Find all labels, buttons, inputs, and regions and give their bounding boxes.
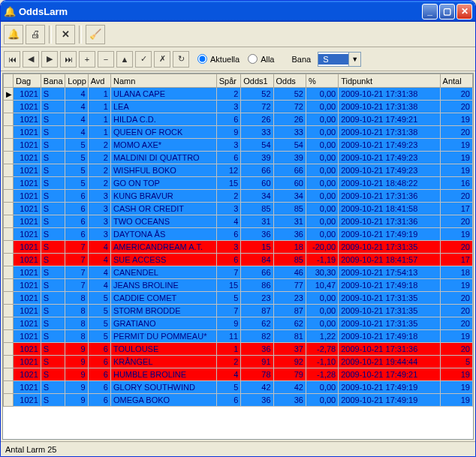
nav-last-button[interactable]: ⏭	[60, 51, 77, 68]
table-row[interactable]: 1021S85CADDIE COMET523230,002009-10-21 1…	[4, 292, 473, 305]
table-row[interactable]: 1021S63KUNG BRAVUR234340,002009-10-21 17…	[4, 190, 473, 203]
table-row[interactable]: 1021S85STORM BRODDE787870,002009-10-21 1…	[4, 305, 473, 317]
data-grid[interactable]: DagBanaLoppAvdNamnSpårOdds1Odds%Tidpunkt…	[2, 73, 474, 440]
nav-first-button[interactable]: ⏮	[4, 51, 20, 68]
table-row[interactable]: 1021S96KRÅNGEL29192-1,102009-10-21 19:44…	[4, 356, 473, 368]
nav-edit-button[interactable]: ▲	[116, 51, 133, 68]
col-header[interactable]: Odds	[273, 74, 306, 88]
nav-reload-button[interactable]: ↻	[173, 51, 189, 68]
col-header[interactable]: Antal	[440, 74, 472, 88]
col-header[interactable]: Avd	[88, 74, 110, 88]
table-row[interactable]: 1021S74JEANS BROLINE15867710,472009-10-2…	[4, 279, 473, 292]
main-window: 🔔 OddsLarm _ ▢ ✕ 🔔 🖨 ✕ 🧹 ⏮ ◀ ▶ ⏭ + − ▲ ✓…	[0, 0, 476, 457]
table-row[interactable]: 1021S41HILDA C.D.626260,002009-10-21 17:…	[4, 113, 473, 126]
table-row[interactable]: 1021S85GRATIANO962620,002009-10-21 17:31…	[4, 317, 473, 330]
col-header[interactable]	[4, 74, 14, 88]
bana-value: S	[318, 54, 348, 65]
nav-next-button[interactable]: ▶	[41, 51, 58, 68]
table-row[interactable]: 1021S96TOULOUSE13637-2,782009-10-21 17:3…	[4, 343, 473, 356]
table-row[interactable]: 1021S74SUE ACCESS68485-1,192009-10-21 18…	[4, 254, 473, 266]
status-text: Antal Larm 25	[5, 445, 56, 454]
refresh-button[interactable]: 🧹	[86, 25, 105, 44]
table-row[interactable]: 1021S63DAYTONA ÅS636360,002009-10-21 17:…	[4, 228, 473, 241]
minimize-button[interactable]: _	[422, 4, 438, 20]
close-button[interactable]: ✕	[456, 4, 472, 20]
col-header[interactable]: Lopp	[65, 74, 88, 88]
radio-current[interactable]: Aktuella	[197, 54, 240, 64]
chevron-down-icon[interactable]: ▼	[348, 53, 360, 66]
table-row[interactable]: 1021S96GLORY SOUTHWIND542420,002009-10-2…	[4, 381, 473, 394]
radio-all[interactable]: Alla	[248, 54, 274, 64]
col-header[interactable]: Odds1	[241, 74, 273, 88]
nav-prev-button[interactable]: ◀	[23, 51, 39, 68]
table-row[interactable]: 1021S52MALDINI DI QUATTRO639390,002009-1…	[4, 152, 473, 164]
table-row[interactable]: ▶1021S41ULANA CAPE252520,002009-10-21 17…	[4, 88, 473, 101]
app-icon: 🔔	[4, 5, 16, 17]
print-button[interactable]: 🖨	[26, 25, 45, 44]
col-header[interactable]: Tidpunkt	[339, 74, 440, 88]
table-row[interactable]: 1021S96OMEGA BOKO636360,002009-10-21 17:…	[4, 394, 473, 407]
table-row[interactable]: 1021S74AMERICANDREAM A.T.31518-20,002009…	[4, 241, 473, 254]
table-row[interactable]: 1021S96HUMBLE BROLINE47879-1,282009-10-2…	[4, 368, 473, 381]
table-row[interactable]: 1021S63TWO OCEANS431310,002009-10-21 17:…	[4, 215, 473, 228]
titlebar[interactable]: 🔔 OddsLarm _ ▢ ✕	[1, 1, 475, 22]
table-row[interactable]: 1021S52WISHFUL BOKO1266660,002009-10-21 …	[4, 164, 473, 177]
nav-confirm-button[interactable]: ✓	[135, 51, 152, 68]
table-row[interactable]: 1021S74CANENDEL7664630,302009-10-21 17:5…	[4, 266, 473, 279]
statusbar: Antal Larm 25	[1, 441, 475, 456]
col-header[interactable]: Bana	[41, 74, 65, 88]
toolbar-top: 🔔 🖨 ✕ 🧹	[1, 22, 475, 47]
mute-button[interactable]: 🔔	[4, 25, 23, 44]
toolbar-nav: ⏮ ◀ ▶ ⏭ + − ▲ ✓ ✗ ↻ Aktuella Alla Bana S…	[1, 47, 475, 71]
col-header[interactable]: Namn	[110, 74, 216, 88]
nav-add-button[interactable]: +	[79, 51, 95, 68]
table-row[interactable]: 1021S63CASH OR CREDIT385850,002009-10-21…	[4, 203, 473, 215]
col-header[interactable]: %	[306, 74, 338, 88]
table-row[interactable]: 1021S41QUEEN OF ROCK933330,002009-10-21 …	[4, 126, 473, 139]
col-header[interactable]: Spår	[216, 74, 240, 88]
maximize-button[interactable]: ▢	[439, 4, 455, 20]
table-row[interactable]: 1021S41LEA372720,002009-10-21 17:31:3820	[4, 101, 473, 113]
nav-cancel-button[interactable]: ✗	[154, 51, 170, 68]
table-row[interactable]: 1021S52MOMO AXE*354540,002009-10-21 17:4…	[4, 139, 473, 152]
bana-label: Bana	[291, 55, 311, 64]
header-row: DagBanaLoppAvdNamnSpårOdds1Odds%Tidpunkt…	[4, 74, 473, 88]
bana-combo[interactable]: S ▼	[318, 52, 361, 67]
table-row[interactable]: 1021S85PERMIT DU POMMEAU*1182811,222009-…	[4, 330, 473, 343]
delete-button[interactable]: ✕	[56, 25, 75, 44]
nav-remove-button[interactable]: −	[98, 51, 114, 68]
window-title: OddsLarm	[19, 6, 422, 17]
col-header[interactable]: Dag	[13, 74, 41, 88]
table-row[interactable]: 1021S52GO ON TOP1560600,002009-10-21 18:…	[4, 177, 473, 190]
